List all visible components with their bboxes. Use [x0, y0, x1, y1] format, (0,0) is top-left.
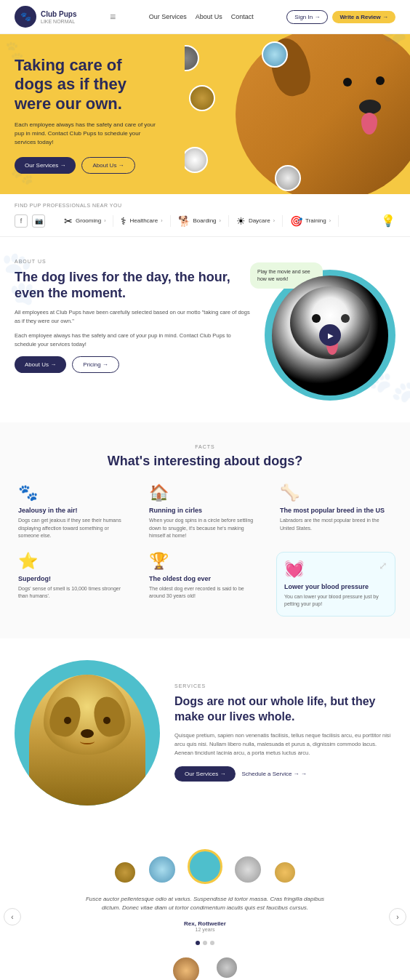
dog-eye-left	[343, 78, 352, 87]
facts-title: What's interesting about dogs?	[15, 454, 395, 469]
service-boarding[interactable]: 🐕 Boarding ›	[171, 215, 229, 227]
dog-eye-right	[376, 76, 385, 85]
fact-bloodpressure: 💓 ⤢ Lower your blood pressure You can lo…	[276, 552, 395, 616]
dot-2[interactable]	[203, 941, 207, 945]
about-buttons: About Us → Pricing →	[15, 356, 254, 373]
nav-contact[interactable]: Contact	[231, 13, 254, 20]
testimonial-years: 12 years	[7, 927, 403, 932]
avatar-1	[113, 861, 137, 884]
hero-illustration	[185, 34, 410, 194]
services-dog-image	[15, 660, 160, 806]
bc-eye-right	[341, 314, 350, 323]
logo-icon: 🐾	[15, 6, 36, 28]
about-left: The dog lives for the day, the hour, eve…	[15, 270, 254, 373]
testimonials-section: ‹ › Fusce auctor pellentesque odio at va…	[0, 827, 410, 981]
facts-grid: 🐾 Jealousy in the air! Dogs can get jeal…	[15, 483, 395, 616]
nav-services[interactable]: Our Services	[149, 13, 187, 20]
avatar-center	[188, 849, 222, 884]
testimonial-author: Rex, Rottweiler	[7, 920, 403, 927]
about-btn[interactable]: About Us →	[15, 356, 66, 373]
service-healthcare[interactable]: ⚕ Healthcare ›	[113, 215, 170, 227]
lab-nose	[81, 729, 94, 738]
fact-superdog: ⭐ Superdog! Dogs' sense of smell is 10,0…	[15, 552, 134, 616]
facebook-icon[interactable]: f	[15, 214, 28, 228]
dog-nose	[359, 100, 381, 114]
testimonial-dots	[7, 941, 403, 945]
nav-about[interactable]: About Us	[196, 13, 222, 20]
service-daycare[interactable]: ☀ Daycare ›	[229, 215, 283, 227]
services-btn[interactable]: Our Services →	[174, 766, 236, 782]
service-training[interactable]: 🎯 Training ›	[283, 215, 339, 227]
training-icon: 🎯	[290, 215, 302, 227]
services-cta: Our Services → Schedule a Service →	[174, 766, 395, 782]
fact-icon-4: ⭐	[18, 552, 130, 571]
hero-description: Each employee always has the safety and …	[15, 121, 160, 147]
hero-services-button[interactable]: Our Services →	[15, 157, 76, 174]
dot-3[interactable]	[210, 941, 214, 945]
testimonial-next[interactable]: ›	[389, 908, 406, 925]
testimonial-avatars	[7, 849, 403, 884]
grooming-label: Grooming	[76, 217, 101, 224]
fact-jealousy: 🐾 Jealousy in the air! Dogs can get jeal…	[15, 483, 134, 540]
play-button[interactable]	[319, 324, 341, 346]
navbar: 🐾 Club Pups LIKE NORMAL ≡ Our Services A…	[0, 0, 410, 34]
social-icons: f 📷	[15, 214, 45, 228]
lab-ear-right	[90, 693, 129, 739]
testimonial-prev[interactable]: ‹	[4, 908, 21, 925]
boarding-icon: 🐕	[178, 215, 190, 227]
fact-running: 🏠 Running in cirles When your dog spins …	[145, 483, 265, 540]
daycare-label: Daycare	[249, 217, 270, 224]
bc-eye-left	[312, 314, 321, 323]
services-right: SERVICES Dogs are not our whole life, bu…	[174, 683, 395, 782]
hero-section: 🐾 🐾 Taking care of dogs as if they were …	[0, 34, 410, 194]
mini-avatar-4	[262, 41, 288, 68]
fact-desc-4: Dogs' sense of smell is 10,000 times str…	[18, 585, 130, 601]
hamburger-icon[interactable]: ≡	[110, 11, 116, 23]
bc-face	[290, 286, 370, 359]
services-bar: FIND PUP PROFESSIONALS NEAR YOU f 📷 ✂ Gr…	[0, 194, 410, 237]
logo-sub: LIKE NORMAL	[41, 19, 76, 24]
testimonials-inner: Fusce auctor pellentesque odio at varius…	[7, 849, 403, 981]
services-icons: f 📷 ✂ Grooming › ⚕ Healthcare › 🐕 Boardi…	[15, 214, 395, 228]
avatar-2	[148, 855, 177, 884]
hero-about-button[interactable]: About Us →	[81, 157, 134, 174]
about-para1: All employees at Club Pups have been car…	[15, 308, 254, 326]
grooming-icon: ✂	[64, 215, 73, 227]
mini-avatar-5	[275, 165, 301, 191]
logo-text: Club Pups	[41, 10, 76, 19]
fact-title-5: The oldest dog ever	[149, 575, 261, 582]
fact-icon-1: 🐾	[18, 483, 130, 502]
about-para2: Each employee always has the safety and …	[15, 332, 254, 349]
lab-mouth	[80, 739, 95, 744]
pricing-btn[interactable]: Pricing →	[72, 356, 119, 373]
extra-avatar-1	[172, 956, 201, 980]
dog-circle	[265, 270, 395, 401]
signin-button[interactable]: Sign In →	[286, 10, 328, 24]
hero-content: Taking care of dogs as if they were our …	[15, 56, 160, 174]
services-desc: Quisque pretium, sapien non venenatis fa…	[174, 731, 395, 758]
fact-title-3: The most popular breed in the US	[280, 507, 392, 514]
fact-desc-6: You can lower your blood pressure just b…	[284, 593, 387, 609]
about-title: The dog lives for the day, the hour, eve…	[15, 270, 254, 301]
about-section: 🐾 🐾 ABOUT US The dog lives for the day, …	[0, 237, 410, 422]
healthcare-icon: ⚕	[121, 215, 126, 227]
fact-oldest: 🏆 The oldest dog ever The oldest dog eve…	[145, 552, 265, 616]
fact-desc-1: Dogs can get jealous if they see their h…	[18, 517, 130, 540]
logo[interactable]: 🐾 Club Pups LIKE NORMAL	[15, 6, 76, 28]
fact-title-4: Superdog!	[18, 575, 130, 582]
schedule-link[interactable]: Schedule a Service →	[241, 771, 306, 777]
fact-icon-3: 🦴	[280, 483, 392, 502]
daycare-icon: ☀	[236, 215, 246, 227]
expand-icon[interactable]: ⤢	[379, 560, 387, 571]
dot-1[interactable]	[196, 941, 200, 945]
avatar-3	[233, 855, 262, 884]
service-grooming[interactable]: ✂ Grooming ›	[57, 215, 113, 227]
instagram-icon[interactable]: 📷	[32, 214, 45, 228]
write-review-button[interactable]: Write a Review →	[332, 11, 395, 23]
fact-breed: 🦴 The most popular breed in the US Labra…	[276, 483, 395, 540]
about-label: ABOUT US	[15, 259, 395, 264]
lightbulb-icon: 💡	[381, 214, 395, 228]
nav-actions: Sign In → Write a Review →	[286, 10, 395, 24]
about-right: Play the movie and see how we work!	[265, 270, 395, 401]
fact-desc-2: When your dog spins in a circle before s…	[149, 517, 261, 540]
